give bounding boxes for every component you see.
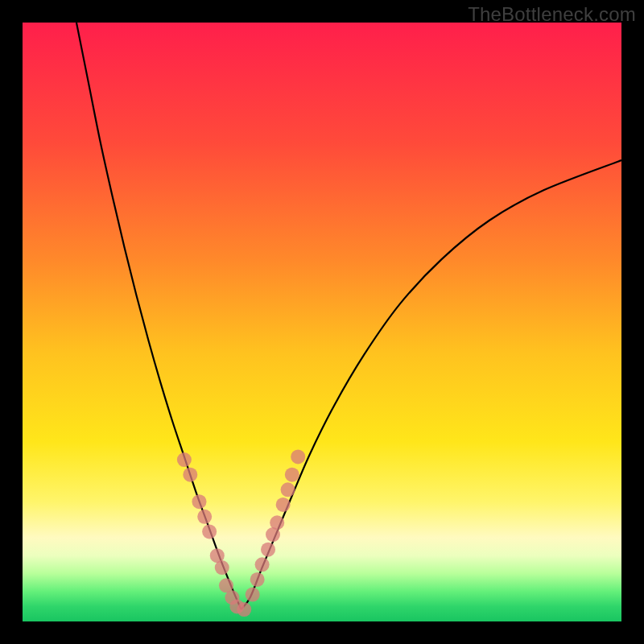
marker-point: [250, 572, 265, 587]
marker-point: [237, 602, 251, 617]
marker-point: [281, 482, 295, 497]
marker-point: [285, 468, 299, 482]
chart-frame: TheBottleneck.com: [0, 0, 644, 644]
marker-point: [197, 510, 212, 524]
marker-point: [202, 524, 217, 539]
chart-svg: [23, 23, 621, 621]
marker-point: [261, 543, 275, 557]
marker-point: [183, 468, 197, 482]
marker-point: [246, 588, 260, 602]
marker-point: [192, 494, 206, 509]
watermark-text: TheBottleneck.com: [468, 3, 636, 26]
marker-point: [177, 452, 192, 467]
chart-plot-area: [23, 23, 621, 621]
marker-point: [270, 515, 284, 530]
chart-gradient-bg: [23, 23, 621, 621]
marker-point: [215, 560, 229, 575]
marker-point: [255, 557, 270, 572]
marker-point: [291, 449, 305, 464]
marker-point: [276, 497, 291, 512]
